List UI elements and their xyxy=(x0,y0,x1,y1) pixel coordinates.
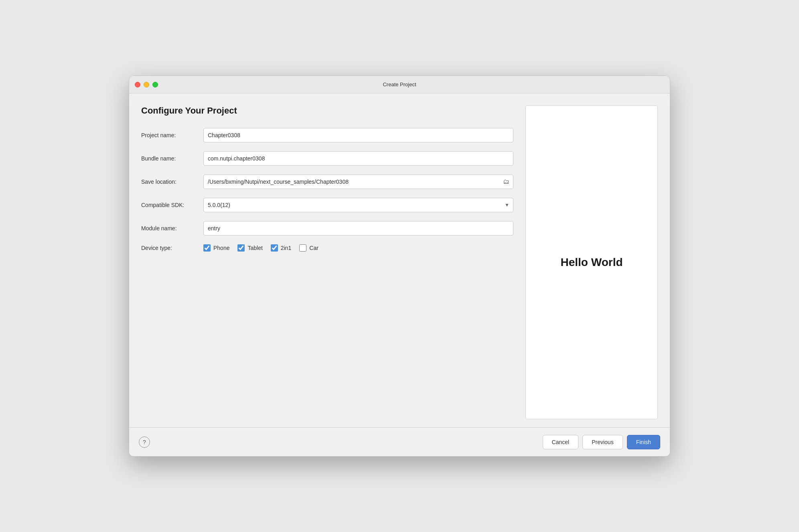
project-name-row: Project name: xyxy=(141,128,513,142)
maximize-button[interactable] xyxy=(152,82,158,87)
device-type-checkboxes: Phone Tablet 2in1 Car xyxy=(203,244,318,252)
save-location-label: Save location: xyxy=(141,179,203,185)
footer-left: ? xyxy=(139,437,150,448)
compatible-sdk-label: Compatible SDK: xyxy=(141,202,203,208)
minimize-button[interactable] xyxy=(144,82,149,87)
project-name-label: Project name: xyxy=(141,132,203,138)
module-name-input[interactable] xyxy=(203,221,513,236)
device-2in1-label: 2in1 xyxy=(281,245,291,251)
help-icon: ? xyxy=(143,439,146,445)
device-phone-checkbox[interactable] xyxy=(203,244,211,252)
create-project-window: Create Project Configure Your Project Pr… xyxy=(129,75,670,457)
footer-buttons: Cancel Previous Finish xyxy=(543,435,660,449)
device-tablet-label: Tablet xyxy=(247,245,262,251)
device-car-label: Car xyxy=(309,245,318,251)
save-location-input[interactable] xyxy=(203,175,513,189)
device-tablet-checkbox[interactable] xyxy=(237,244,245,252)
traffic-lights xyxy=(135,82,158,87)
compatible-sdk-row: Compatible SDK: 5.0.0(12) 4.1.0(11) 4.0.… xyxy=(141,198,513,212)
compatible-sdk-select[interactable]: 5.0.0(12) 4.1.0(11) 4.0.0(10) xyxy=(203,198,513,212)
browse-folder-button[interactable]: 🗂 xyxy=(499,175,513,189)
main-content: Configure Your Project Project name: Bun… xyxy=(129,93,670,427)
device-phone-label: Phone xyxy=(213,245,229,251)
content-area: Configure Your Project Project name: Bun… xyxy=(129,93,670,427)
help-button[interactable]: ? xyxy=(139,437,150,448)
finish-button[interactable]: Finish xyxy=(627,435,660,449)
bundle-name-input[interactable] xyxy=(203,151,513,166)
device-phone-item[interactable]: Phone xyxy=(203,244,229,252)
preview-panel: Hello World xyxy=(525,106,658,419)
page-title: Configure Your Project xyxy=(141,106,513,116)
window-title: Create Project xyxy=(383,81,416,87)
device-car-item[interactable]: Car xyxy=(299,244,318,252)
module-name-label: Module name: xyxy=(141,225,203,231)
save-location-row: Save location: 🗂 xyxy=(141,175,513,189)
project-name-input[interactable] xyxy=(203,128,513,142)
device-tablet-item[interactable]: Tablet xyxy=(237,244,262,252)
previous-button[interactable]: Previous xyxy=(582,435,623,449)
device-type-row: Device type: Phone Tablet 2in1 xyxy=(141,244,513,252)
device-type-label: Device type: xyxy=(141,245,203,251)
footer: ? Cancel Previous Finish xyxy=(129,427,670,456)
preview-hello-world: Hello World xyxy=(560,256,623,269)
save-location-wrapper: 🗂 xyxy=(203,175,513,189)
sdk-select-wrapper: 5.0.0(12) 4.1.0(11) 4.0.0(10) ▼ xyxy=(203,198,513,212)
module-name-row: Module name: xyxy=(141,221,513,236)
form-panel: Configure Your Project Project name: Bun… xyxy=(141,106,525,419)
title-bar: Create Project xyxy=(129,76,670,93)
device-2in1-checkbox[interactable] xyxy=(271,244,278,252)
device-2in1-item[interactable]: 2in1 xyxy=(271,244,291,252)
cancel-button[interactable]: Cancel xyxy=(543,435,579,449)
bundle-name-label: Bundle name: xyxy=(141,155,203,162)
bundle-name-row: Bundle name: xyxy=(141,151,513,166)
device-car-checkbox[interactable] xyxy=(299,244,306,252)
close-button[interactable] xyxy=(135,82,140,87)
folder-icon: 🗂 xyxy=(503,178,509,185)
